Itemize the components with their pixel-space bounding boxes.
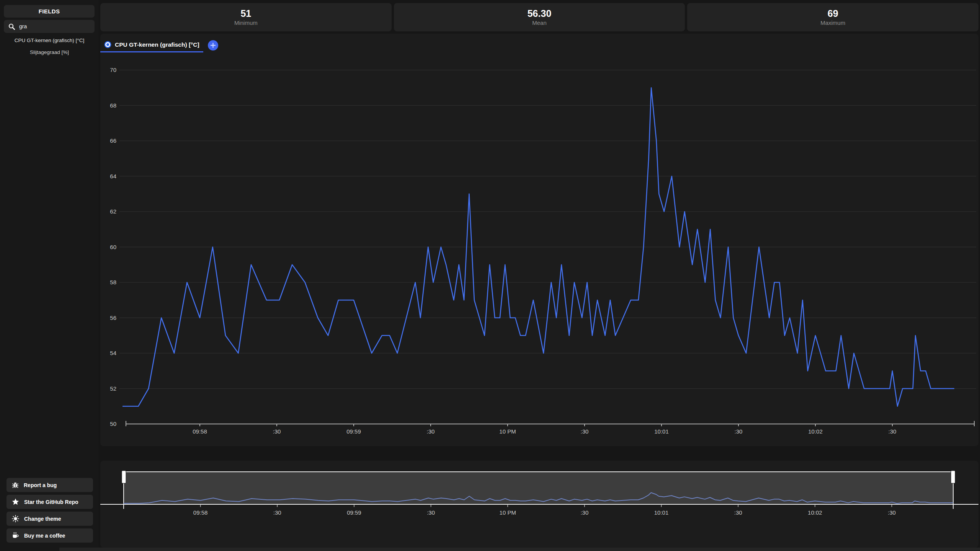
footer-button-buy-me-a-coffee[interactable]: Buy me a coffee [7, 528, 93, 543]
svg-text:10:02: 10:02 [808, 428, 823, 435]
tab-label: CPU GT-kernen (grafisch) [°C] [115, 41, 199, 48]
svg-text:60: 60 [110, 244, 116, 250]
svg-text:10:02: 10:02 [808, 509, 822, 516]
fields-sidebar: FIELDS CPU GT-kernen (grafisch) [°C]Slij… [0, 0, 99, 551]
star-icon [12, 498, 19, 505]
svg-text::30: :30 [889, 428, 897, 435]
footer-strip [59, 548, 980, 551]
stats-row: 51Minimum56.30Mean69Maximum [100, 3, 978, 31]
svg-text:62: 62 [110, 208, 116, 215]
svg-text:52: 52 [110, 385, 116, 392]
fields-panel-title: FIELDS [4, 5, 95, 18]
svg-text::30: :30 [888, 509, 896, 516]
svg-text:09:59: 09:59 [346, 428, 361, 435]
stat-card-maximum: 69Maximum [687, 3, 978, 31]
brush-x-axis: 09:58:3009:59:3010 PM:3010:01:3010:02:30 [193, 504, 896, 516]
footer-button-label: Report a bug [24, 482, 57, 488]
svg-text:70: 70 [110, 67, 116, 73]
search-icon [8, 23, 15, 30]
field-list: CPU GT-kernen (grafisch) [°C]Slijtagegra… [0, 34, 99, 58]
time-range-brush[interactable]: 09:58:3009:59:3010 PM:3010:01:3010:02:30 [100, 465, 978, 522]
y-axis-labels: 5052545658606264666870 [110, 67, 116, 427]
record-dot-icon [104, 41, 111, 48]
sidebar-footer: Report a bugStar the GitHub RepoChange t… [0, 478, 99, 545]
svg-text:09:59: 09:59 [347, 509, 361, 516]
svg-text:09:58: 09:58 [193, 509, 208, 516]
coffee-icon [12, 532, 19, 539]
svg-text:50: 50 [110, 421, 116, 427]
app-window: FIELDS CPU GT-kernen (grafisch) [°C]Slij… [0, 0, 980, 551]
stat-card-mean: 56.30Mean [394, 3, 685, 31]
stat-label: Mean [532, 20, 547, 26]
svg-text:10:01: 10:01 [654, 509, 669, 516]
stat-label: Minimum [234, 20, 258, 26]
svg-text:64: 64 [110, 173, 116, 179]
svg-text:10:01: 10:01 [654, 428, 669, 435]
svg-text::30: :30 [427, 509, 435, 516]
temperature-line-chart[interactable]: 5052545658606264666870 09:58:3009:59:301… [100, 54, 978, 444]
brush-selection-area[interactable] [100, 472, 978, 509]
svg-text:54: 54 [110, 350, 116, 356]
svg-text:10 PM: 10 PM [499, 428, 516, 435]
svg-text::30: :30 [427, 428, 435, 435]
footer-button-change-theme[interactable]: Change theme [7, 512, 93, 526]
footer-button-label: Buy me a coffee [24, 533, 65, 539]
svg-text:58: 58 [110, 279, 116, 285]
stat-value-mean: 56.30 [528, 9, 552, 18]
brush-handle-left[interactable] [122, 471, 126, 483]
footer-button-label: Change theme [24, 516, 61, 522]
add-tab-button[interactable] [208, 40, 218, 51]
svg-text::30: :30 [273, 428, 281, 435]
footer-button-label: Star the GitHub Repo [24, 499, 78, 505]
stat-label: Maximum [820, 20, 845, 26]
footer-button-report-a-bug[interactable]: Report a bug [7, 478, 93, 492]
svg-text::30: :30 [581, 428, 589, 435]
brush-handle-right[interactable] [951, 471, 955, 483]
field-search-box[interactable] [4, 20, 95, 33]
svg-text:56: 56 [110, 315, 116, 321]
svg-text::30: :30 [734, 509, 742, 516]
svg-text::30: :30 [735, 428, 743, 435]
search-input[interactable] [18, 23, 83, 30]
stat-value-minimum: 51 [240, 9, 251, 18]
field-item-1[interactable]: Slijtagegraad [%] [0, 46, 99, 58]
sun-icon [12, 515, 19, 522]
footer-button-star-the-github-repo[interactable]: Star the GitHub Repo [7, 495, 93, 509]
bug-icon [12, 482, 19, 489]
svg-text:66: 66 [110, 137, 116, 144]
plus-icon [210, 42, 216, 48]
tab-cpu-gt-kernen[interactable]: CPU GT-kernen (grafisch) [°C] [100, 38, 203, 52]
tab-bar: CPU GT-kernen (grafisch) [°C] [100, 37, 218, 53]
svg-text::30: :30 [580, 509, 588, 516]
svg-text:68: 68 [110, 102, 116, 109]
svg-text:10 PM: 10 PM [500, 509, 516, 516]
field-item-label: Slijtagegraad [%] [30, 49, 69, 55]
x-axis: 09:58:3009:59:3010 PM:3010:01:3010:02:30 [126, 421, 975, 435]
field-item-0[interactable]: CPU GT-kernen (grafisch) [°C] [0, 34, 99, 46]
svg-text::30: :30 [273, 509, 281, 516]
field-item-label: CPU GT-kernen (grafisch) [°C] [15, 37, 84, 43]
stat-value-maximum: 69 [828, 9, 838, 18]
svg-text:09:58: 09:58 [193, 428, 207, 435]
stat-card-minimum: 51Minimum [100, 3, 392, 31]
chart-gridlines [119, 70, 976, 389]
